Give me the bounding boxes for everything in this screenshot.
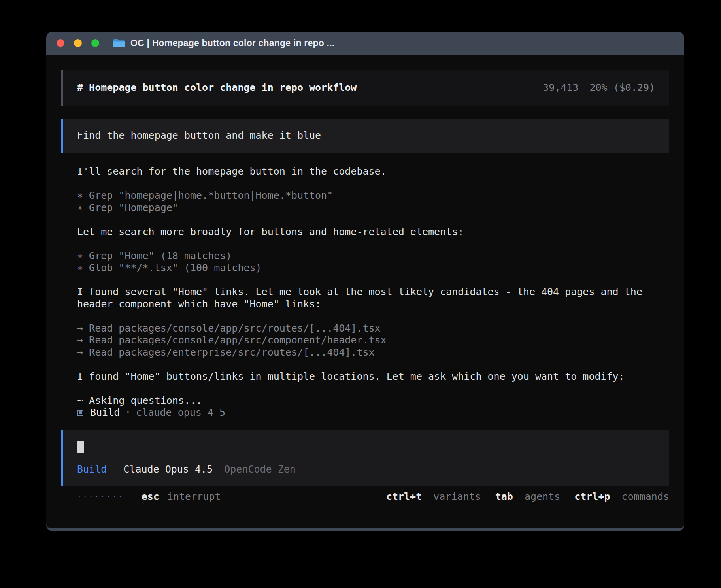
shortcut-commands: ctrl+p commands bbox=[574, 491, 669, 503]
conversation: I'll search for the homepage button in t… bbox=[61, 166, 669, 407]
folder-icon bbox=[113, 38, 125, 48]
agent-status-line: Build · claude-opus-4-5 bbox=[61, 407, 669, 419]
tool-call: → Read packages/enterprise/src/routes/[.… bbox=[77, 347, 653, 359]
assistant-status-message: ~ Asking questions... bbox=[77, 395, 653, 407]
assistant-message: I found "Home" buttons/links in multiple… bbox=[77, 371, 653, 383]
tool-call-group: ∗ Grep "homepage|home.*button|Home.*butt… bbox=[77, 190, 653, 214]
tool-call: ∗ Grep "Homepage" bbox=[77, 202, 653, 214]
traffic-lights bbox=[57, 39, 109, 47]
spinner-dots-icon: ········ bbox=[77, 491, 124, 503]
tool-call: ∗ Glob "**/*.tsx" (100 matches) bbox=[77, 262, 653, 274]
assistant-message: I found several "Home" links. Let me loo… bbox=[77, 286, 653, 310]
status-separator: · bbox=[125, 407, 131, 419]
status-bar-left: ········ esc interrupt bbox=[77, 491, 221, 503]
assistant-message: Let me search more broadly for buttons a… bbox=[77, 226, 653, 238]
user-message-text: Find the homepage button and make it blu… bbox=[77, 130, 321, 142]
input-model-label[interactable]: Claude Opus 4.5 bbox=[123, 464, 213, 475]
context-usage: 20% ($0.29) bbox=[589, 82, 655, 94]
title-group: OC | Homepage button color change in rep… bbox=[113, 38, 334, 49]
shortcut-key: ctrl+p bbox=[574, 491, 610, 502]
token-count: 39,413 bbox=[543, 82, 578, 94]
shortcut-label: commands bbox=[622, 491, 669, 502]
model-row: Build Claude Opus 4.5 OpenCode Zen bbox=[77, 464, 655, 476]
input-agent-label[interactable]: Build bbox=[77, 464, 107, 475]
shortcut-key: ctrl+t bbox=[386, 491, 422, 502]
close-button[interactable] bbox=[57, 39, 64, 47]
tool-call: → Read packages/console/app/src/componen… bbox=[77, 334, 653, 347]
terminal-content[interactable]: # Homepage button color change in repo w… bbox=[46, 55, 684, 528]
zoom-button[interactable] bbox=[91, 39, 99, 47]
window-title: OC | Homepage button color change in rep… bbox=[130, 38, 334, 49]
status-model-name: claude-opus-4-5 bbox=[136, 407, 225, 419]
status-bar-right: ctrl+t variants tab agents ctrl+p comman… bbox=[386, 491, 669, 503]
status-bar: ········ esc interrupt ctrl+t variants t… bbox=[61, 491, 669, 503]
minimize-button[interactable] bbox=[74, 39, 82, 47]
text-cursor bbox=[77, 441, 84, 453]
session-header: # Homepage button color change in repo w… bbox=[61, 70, 669, 106]
shortcut-key: tab bbox=[495, 491, 513, 502]
tool-call-group: → Read packages/console/app/src/routes/[… bbox=[77, 322, 653, 359]
interrupt-label: interrupt bbox=[167, 491, 221, 503]
status-agent-name: Build bbox=[90, 407, 120, 419]
tool-call: ∗ Grep "homepage|home.*button|Home.*butt… bbox=[77, 190, 653, 202]
shortcut-variants: ctrl+t variants bbox=[386, 491, 481, 503]
prompt-input[interactable]: Build Claude Opus 4.5 OpenCode Zen bbox=[61, 430, 669, 486]
shortcut-label: variants bbox=[433, 491, 481, 502]
tool-call: → Read packages/console/app/src/routes/[… bbox=[77, 322, 653, 335]
input-provider-label: OpenCode Zen bbox=[224, 464, 296, 475]
shortcut-agents: tab agents bbox=[495, 491, 561, 503]
assistant-message: I'll search for the homepage button in t… bbox=[77, 166, 653, 178]
tool-call: ∗ Grep "Home" (18 matches) bbox=[77, 250, 653, 262]
session-stats: 39,413 20% ($0.29) bbox=[543, 82, 655, 94]
terminal-window: OC | Homepage button color change in rep… bbox=[46, 32, 684, 531]
session-title: # Homepage button color change in repo w… bbox=[77, 82, 357, 94]
titlebar[interactable]: OC | Homepage button color change in rep… bbox=[46, 32, 684, 55]
agent-build-icon bbox=[77, 410, 83, 416]
shortcut-label: agents bbox=[525, 491, 560, 502]
tool-call-group: ∗ Grep "Home" (18 matches) ∗ Glob "**/*.… bbox=[77, 250, 653, 274]
interrupt-key: esc bbox=[142, 491, 159, 503]
user-message: Find the homepage button and make it blu… bbox=[61, 119, 669, 153]
